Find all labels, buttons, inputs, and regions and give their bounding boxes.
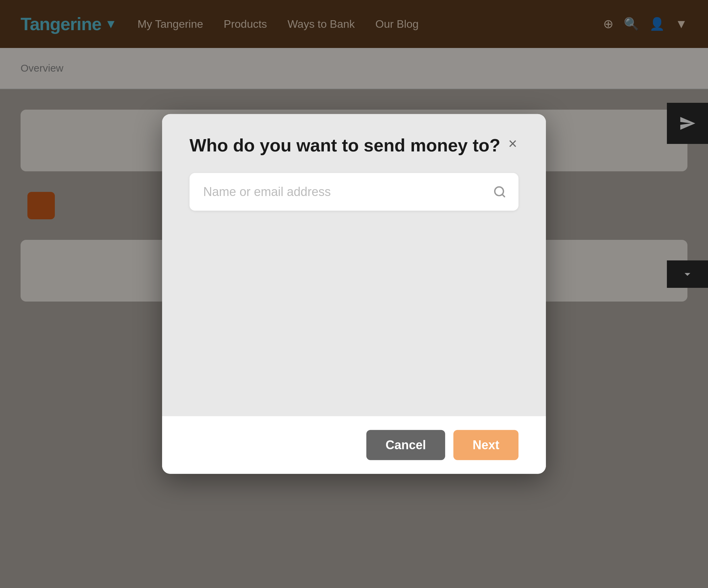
cancel-button[interactable]: Cancel	[366, 430, 445, 460]
next-button[interactable]: Next	[453, 430, 518, 460]
recipient-search-input[interactable]	[190, 173, 518, 211]
close-button[interactable]: ×	[507, 135, 518, 152]
modal-footer: Cancel Next	[162, 416, 546, 474]
svg-line-1	[502, 195, 504, 197]
send-money-modal: Who do you want to send money to? × Canc…	[162, 114, 546, 474]
search-results-area	[190, 224, 518, 396]
search-icon	[493, 185, 506, 198]
search-container	[190, 173, 518, 211]
modal-title: Who do you want to send money to?	[190, 135, 500, 156]
modal-body: Who do you want to send money to? ×	[162, 114, 546, 416]
modal-header: Who do you want to send money to? ×	[190, 135, 518, 156]
